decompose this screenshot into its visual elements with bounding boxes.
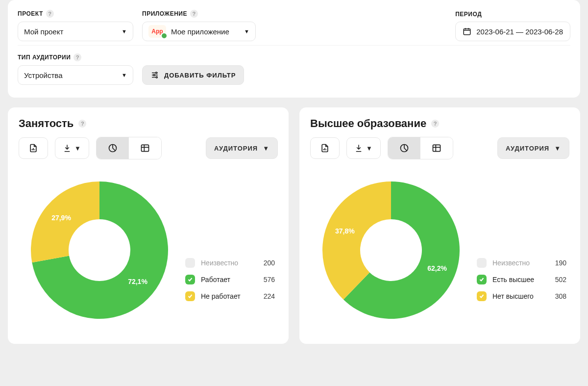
svg-point-3 xyxy=(156,77,157,78)
chevron-down-icon: ▼ xyxy=(122,28,127,34)
checkbox-icon xyxy=(477,258,487,268)
chevron-down-icon: ▼ xyxy=(263,145,270,152)
view-table-button[interactable] xyxy=(129,137,161,159)
legend-label: Не работает xyxy=(201,292,251,300)
checkbox-icon xyxy=(185,275,195,284)
checkbox-icon xyxy=(185,258,195,268)
download-icon xyxy=(63,144,72,153)
card-title: Занятость ? xyxy=(19,117,278,130)
checkbox-icon xyxy=(477,275,487,284)
svg-text:62,2%: 62,2% xyxy=(427,264,447,272)
help-icon[interactable]: ? xyxy=(74,53,81,61)
legend-label: Неизвестно xyxy=(201,259,251,267)
legend-label: Неизвестно xyxy=(492,259,543,267)
help-icon[interactable]: ? xyxy=(46,10,54,18)
period-filter: ПЕРИОД 2023-06-21 — 2023-06-28 xyxy=(455,11,570,41)
audience-type-label: ТИП АУДИТОРИИ ? xyxy=(18,53,133,61)
period-select[interactable]: 2023-06-21 — 2023-06-28 xyxy=(455,22,570,41)
pie-icon xyxy=(399,143,409,153)
help-icon[interactable]: ? xyxy=(431,120,439,128)
audience-button[interactable]: АУДИТОРИЯ ▼ xyxy=(497,137,569,159)
chevron-down-icon: ▼ xyxy=(74,145,81,152)
legend-value: 190 xyxy=(549,259,566,267)
education-card: Высшее образование ? ▼ АУДИТОРИЯ xyxy=(299,107,580,344)
file-chart-icon xyxy=(320,143,330,153)
legend-item[interactable]: Есть высшее502 xyxy=(477,275,566,284)
education-donut: 62,2%37,8% xyxy=(310,169,472,331)
calendar-icon xyxy=(463,27,471,36)
help-icon[interactable]: ? xyxy=(190,10,198,18)
svg-text:27,9%: 27,9% xyxy=(51,214,71,222)
legend-label: Работает xyxy=(201,276,251,283)
pie-icon xyxy=(108,143,118,153)
view-chart-button[interactable] xyxy=(97,137,129,159)
export-csv-button[interactable] xyxy=(310,137,340,159)
svg-rect-9 xyxy=(433,145,441,151)
svg-text:72,1%: 72,1% xyxy=(128,278,147,285)
table-icon xyxy=(432,143,441,153)
audience-type-select[interactable]: Устройства ▼ xyxy=(18,65,133,85)
legend-value: 200 xyxy=(257,259,275,267)
legend-item[interactable]: Не работает224 xyxy=(185,291,275,301)
download-button[interactable]: ▼ xyxy=(346,137,381,159)
download-button[interactable]: ▼ xyxy=(55,137,89,159)
legend-value: 576 xyxy=(257,276,275,283)
chevron-down-icon: ▼ xyxy=(244,28,249,34)
education-legend: Неизвестно190Есть высшее502Нет высшего30… xyxy=(477,199,569,301)
legend-value: 308 xyxy=(549,292,566,300)
svg-point-1 xyxy=(156,72,157,74)
employment-card: Занятость ? ▼ АУДИТОРИЯ ▼ xyxy=(8,107,289,344)
app-select[interactable]: App Мое приложение ▼ xyxy=(142,22,256,41)
legend-item[interactable]: Неизвестно200 xyxy=(185,258,275,268)
chevron-down-icon: ▼ xyxy=(366,145,373,152)
legend-item[interactable]: Неизвестно190 xyxy=(477,258,566,268)
view-chart-button[interactable] xyxy=(388,137,420,159)
svg-rect-0 xyxy=(464,29,470,35)
chevron-down-icon: ▼ xyxy=(554,145,561,152)
card-toolbar: ▼ АУДИТОРИЯ ▼ xyxy=(19,137,278,159)
legend-value: 224 xyxy=(257,292,275,300)
legend-value: 502 xyxy=(549,276,566,283)
project-label: ПРОЕКТ ? xyxy=(18,10,133,18)
checkbox-icon xyxy=(477,291,487,301)
download-icon xyxy=(354,144,363,153)
file-chart-icon xyxy=(28,143,38,153)
cards-row: Занятость ? ▼ АУДИТОРИЯ ▼ xyxy=(8,107,580,344)
period-label: ПЕРИОД xyxy=(455,11,570,18)
project-select[interactable]: Мой проект ▼ xyxy=(18,22,133,41)
app-filter: ПРИЛОЖЕНИЕ ? App Мое приложение ▼ xyxy=(142,10,256,41)
view-table-button[interactable] xyxy=(420,137,453,159)
svg-point-2 xyxy=(153,75,155,76)
legend-item[interactable]: Работает576 xyxy=(185,275,275,284)
filters-panel: ПРОЕКТ ? Мой проект ▼ ПРИЛОЖЕНИЕ ? App М… xyxy=(8,0,580,98)
view-toggle xyxy=(388,137,453,159)
employment-donut: 72,1%27,9% xyxy=(19,169,180,331)
app-label: ПРИЛОЖЕНИЕ ? xyxy=(142,10,256,18)
export-csv-button[interactable] xyxy=(19,137,48,159)
app-badge-icon: App xyxy=(148,25,166,38)
legend-label: Есть высшее xyxy=(492,276,543,283)
help-icon[interactable]: ? xyxy=(78,120,86,128)
card-toolbar: ▼ АУДИТОРИЯ ▼ xyxy=(310,137,569,159)
legend-item[interactable]: Нет высшего308 xyxy=(477,291,566,301)
sliders-icon xyxy=(150,71,159,79)
legend-label: Нет высшего xyxy=(492,292,543,300)
card-title: Высшее образование ? xyxy=(310,117,569,130)
svg-text:37,8%: 37,8% xyxy=(335,227,355,235)
table-icon xyxy=(140,143,150,153)
employment-legend: Неизвестно200Работает576Не работает224 xyxy=(185,199,278,301)
svg-rect-5 xyxy=(142,145,149,151)
checkbox-icon xyxy=(185,291,195,301)
audience-button[interactable]: АУДИТОРИЯ ▼ xyxy=(206,137,278,159)
chevron-down-icon: ▼ xyxy=(122,72,127,78)
add-filter-button[interactable]: ДОБАВИТЬ ФИЛЬТР xyxy=(142,65,244,85)
view-toggle xyxy=(96,137,162,159)
audience-type-filter: ТИП АУДИТОРИИ ? Устройства ▼ xyxy=(18,53,133,85)
project-filter: ПРОЕКТ ? Мой проект ▼ xyxy=(18,10,133,41)
